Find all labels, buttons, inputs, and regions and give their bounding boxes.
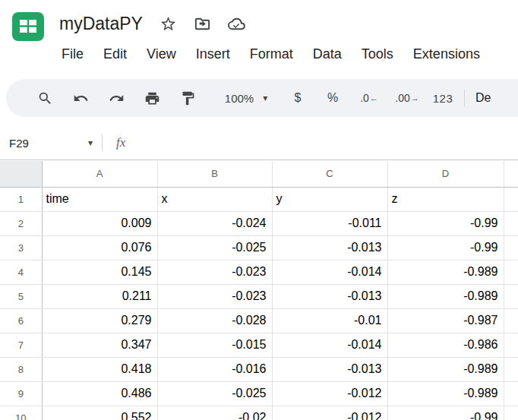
cell[interactable]: -0.99: [387, 211, 504, 235]
decrease-decimal-button[interactable]: .0←: [350, 84, 388, 112]
print-icon[interactable]: [134, 84, 170, 112]
name-box[interactable]: F29 ▾: [0, 137, 102, 150]
cell[interactable]: -0.013: [272, 357, 387, 381]
format-currency-button[interactable]: $: [280, 84, 315, 112]
move-to-folder-icon[interactable]: [194, 15, 211, 33]
column-header-e[interactable]: [504, 161, 518, 187]
cell[interactable]: [504, 211, 518, 235]
document-title[interactable]: myDataPY: [59, 14, 143, 34]
row-header[interactable]: 1: [0, 187, 42, 211]
cell[interactable]: [504, 284, 518, 308]
cell[interactable]: -0.99: [387, 235, 504, 260]
cell[interactable]: -0.025: [157, 235, 272, 260]
cell[interactable]: x: [157, 187, 272, 211]
cell[interactable]: -0.989: [387, 260, 504, 284]
font-selector[interactable]: De: [475, 91, 491, 105]
table-row: 20.009-0.024-0.011-0.99: [0, 211, 518, 235]
cell[interactable]: [504, 235, 518, 260]
column-header-a[interactable]: A: [42, 161, 157, 187]
cell[interactable]: y: [272, 187, 387, 211]
cell[interactable]: [504, 308, 518, 333]
row-header[interactable]: 4: [0, 260, 42, 284]
cell[interactable]: -0.014: [272, 333, 387, 357]
menu-format[interactable]: Format: [240, 41, 303, 68]
undo-icon[interactable]: [63, 84, 99, 112]
cell[interactable]: 0.347: [42, 333, 157, 357]
toolbar: 100% ▾ $ % .0← .00→ 123 De: [6, 79, 518, 117]
menu-tools[interactable]: Tools: [352, 41, 403, 68]
menu-data[interactable]: Data: [303, 41, 352, 68]
search-icon[interactable]: [27, 84, 63, 112]
row-header[interactable]: 10: [0, 406, 42, 420]
cell[interactable]: 0.418: [42, 357, 157, 381]
number-format-button[interactable]: 123: [426, 84, 460, 112]
cloud-saved-icon[interactable]: [228, 15, 245, 33]
row-header[interactable]: 2: [0, 211, 42, 235]
redo-icon[interactable]: [99, 84, 134, 112]
cell[interactable]: 0.076: [42, 235, 157, 260]
cell[interactable]: 0.211: [42, 284, 157, 308]
star-icon[interactable]: [160, 15, 177, 33]
cell[interactable]: [504, 381, 518, 406]
menu-insert[interactable]: Insert: [186, 41, 240, 68]
cell[interactable]: time: [42, 187, 157, 211]
cell[interactable]: [504, 406, 518, 420]
cell[interactable]: -0.989: [387, 357, 504, 381]
column-header-c[interactable]: C: [272, 161, 387, 187]
cell[interactable]: 0.486: [42, 381, 157, 406]
zoom-selector[interactable]: 100% ▾: [212, 84, 280, 112]
cell[interactable]: -0.989: [387, 381, 504, 406]
menu-extensions[interactable]: Extensions: [403, 41, 490, 68]
cell[interactable]: -0.011: [272, 211, 387, 235]
cell[interactable]: -0.01: [272, 308, 387, 333]
cell[interactable]: [504, 260, 518, 284]
cell[interactable]: -0.987: [387, 308, 504, 333]
row-header[interactable]: 8: [0, 357, 42, 381]
cell[interactable]: z: [387, 187, 504, 211]
cell[interactable]: -0.012: [272, 406, 387, 420]
cell[interactable]: -0.023: [157, 284, 272, 308]
increase-decimal-button[interactable]: .00→: [388, 84, 426, 112]
cell[interactable]: -0.014: [272, 260, 387, 284]
cell[interactable]: 0.145: [42, 260, 157, 284]
column-header-b[interactable]: B: [157, 161, 272, 187]
cell[interactable]: -0.016: [157, 357, 272, 381]
cell[interactable]: -0.02: [157, 406, 272, 420]
paint-format-icon[interactable]: [170, 84, 206, 112]
row-header[interactable]: 5: [0, 284, 42, 308]
select-all-corner[interactable]: [0, 161, 42, 187]
cell[interactable]: -0.015: [157, 333, 272, 357]
row-header[interactable]: 9: [0, 381, 42, 406]
cell[interactable]: [504, 357, 518, 381]
decrease-decimal-arrow-icon: ←: [370, 93, 378, 103]
cell[interactable]: -0.025: [157, 381, 272, 406]
cell[interactable]: -0.989: [387, 284, 504, 308]
cell[interactable]: -0.99: [387, 406, 504, 420]
formula-bar: F29 ▾ fx: [0, 126, 518, 160]
cell[interactable]: -0.986: [387, 333, 504, 357]
sheet-table: A B C D 1timexyz20.009-0.024-0.011-0.993…: [0, 161, 518, 420]
menu-edit[interactable]: Edit: [93, 41, 137, 68]
cell[interactable]: -0.013: [272, 284, 387, 308]
cell[interactable]: -0.013: [272, 235, 387, 260]
row-header[interactable]: 7: [0, 333, 42, 357]
menu-view[interactable]: View: [137, 41, 186, 68]
cell[interactable]: -0.023: [157, 260, 272, 284]
cell[interactable]: [504, 333, 518, 357]
format-percent-button[interactable]: %: [315, 84, 350, 112]
cell[interactable]: 0.009: [42, 211, 157, 235]
sheets-logo-icon[interactable]: [10, 8, 46, 45]
cell[interactable]: -0.012: [272, 381, 387, 406]
table-row: 100.552-0.02-0.012-0.99: [0, 406, 518, 420]
column-header-d[interactable]: D: [387, 161, 504, 187]
cell[interactable]: -0.024: [157, 211, 272, 235]
formula-bar-divider: [102, 134, 103, 151]
cell[interactable]: 0.552: [42, 406, 157, 420]
menu-file[interactable]: File: [52, 41, 93, 68]
row-header[interactable]: 6: [0, 308, 42, 333]
cell[interactable]: 0.279: [42, 308, 157, 333]
row-header[interactable]: 3: [0, 235, 42, 260]
cell[interactable]: -0.028: [157, 308, 272, 333]
table-row: 60.279-0.028-0.01-0.987: [0, 308, 518, 333]
cell[interactable]: [504, 187, 518, 211]
